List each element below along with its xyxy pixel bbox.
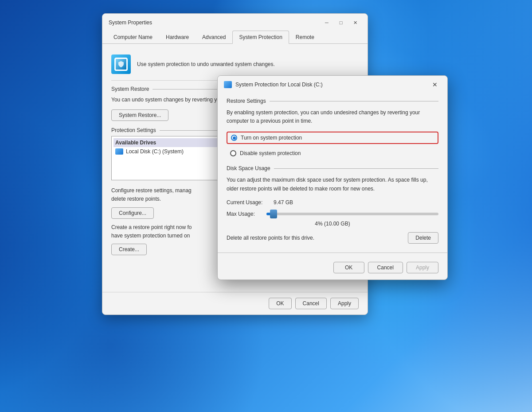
restore-desc: By enabling system protection, you can u… (227, 109, 438, 125)
radio-disable-protection[interactable]: Disable system protection (227, 148, 438, 159)
dialog-title-text: System Protection for Local Disk (C:) (235, 82, 323, 88)
tab-system-protection[interactable]: System Protection (232, 31, 289, 44)
system-restore-button[interactable]: System Restore... (111, 109, 168, 121)
dialog-drive-icon (224, 81, 232, 88)
dialog-ok-button[interactable]: OK (333, 262, 364, 273)
sp-ok-button[interactable]: OK (269, 298, 291, 309)
dialog-title-left: System Protection for Local Disk (C:) (224, 81, 323, 88)
delete-label: Delete all restore points for this drive… (227, 235, 314, 241)
dialog-apply-button[interactable]: Apply (407, 262, 438, 273)
sp-icon-inner (114, 58, 128, 71)
drive-icon (115, 148, 123, 155)
slider-thumb[interactable] (270, 210, 277, 218)
dialog-cancel-button[interactable]: Cancel (368, 262, 403, 273)
tab-hardware[interactable]: Hardware (159, 31, 196, 44)
sp-disk-dialog: System Protection for Local Disk (C:) ✕ … (217, 75, 448, 280)
radio-turn-on-protection[interactable]: Turn on system protection (227, 132, 438, 144)
dialog-titlebar: System Protection for Local Disk (C:) ✕ (218, 76, 447, 93)
max-usage-row: Max Usage: (227, 211, 438, 217)
sp-apply-button[interactable]: Apply (330, 298, 359, 309)
disk-space-section-label: Disk Space Usage (227, 165, 438, 171)
dialog-divider (218, 253, 447, 253)
system-protection-icon (111, 54, 131, 74)
disk-space-slider[interactable] (266, 213, 438, 215)
configure-button[interactable]: Configure... (111, 207, 154, 219)
radio-off-indicator (230, 150, 236, 156)
radio-on-indicator (231, 135, 237, 141)
disk-desc: You can adjust the maximum disk space us… (227, 176, 438, 193)
delete-row: Delete all restore points for this drive… (227, 232, 438, 244)
dialog-content: Restore Settings By enabling system prot… (218, 93, 447, 247)
window-controls: ─ □ ✕ (321, 18, 361, 27)
shield-icon (117, 61, 125, 68)
tab-computer-name[interactable]: Computer Name (107, 31, 159, 44)
dialog-buttons-row: OK Cancel Apply (218, 258, 447, 280)
current-usage-value: 9.47 GB (274, 199, 293, 206)
radio-off-label: Disable system protection (240, 150, 301, 156)
dialog-close-button[interactable]: ✕ (429, 80, 441, 89)
close-button[interactable]: ✕ (349, 18, 361, 27)
radio-on-label: Turn on system protection (241, 135, 302, 141)
create-button[interactable]: Create... (111, 244, 147, 255)
max-usage-label: Max Usage: (227, 211, 262, 217)
sp-header-text: Use system protection to undo unwanted s… (137, 60, 275, 68)
current-usage-row: Current Usage: 9.47 GB (227, 199, 438, 206)
tabs-bar: Computer Name Hardware Advanced System P… (102, 31, 368, 44)
maximize-button[interactable]: □ (335, 18, 347, 27)
system-properties-title: System Properties (109, 19, 152, 26)
delete-button[interactable]: Delete (408, 232, 438, 244)
sp-buttons-row: OK Cancel Apply (102, 292, 368, 315)
current-usage-label: Current Usage: (227, 199, 271, 206)
restore-settings-label: Restore Settings (227, 98, 438, 104)
tab-advanced[interactable]: Advanced (196, 31, 232, 44)
system-properties-titlebar: System Properties ─ □ ✕ (102, 14, 368, 31)
tab-remote[interactable]: Remote (289, 31, 321, 44)
minimize-button[interactable]: ─ (321, 18, 333, 27)
slider-pct-text: 4% (10.00 GB) (227, 221, 438, 227)
sp-cancel-button[interactable]: Cancel (295, 298, 327, 309)
